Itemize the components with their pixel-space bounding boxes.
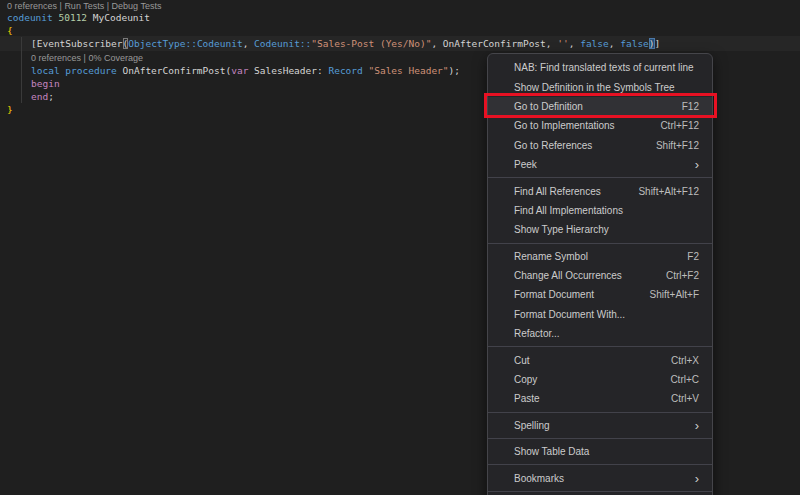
code-token: local procedure [31, 65, 123, 76]
code-token: codeunit [7, 12, 58, 23]
code-token: ObjectType::Codeunit [128, 38, 242, 49]
submenu-arrow-icon: › [695, 472, 699, 485]
codelens-link[interactable]: Run Tests [64, 1, 104, 11]
codelens-link[interactable]: 0 references [31, 53, 81, 63]
menu-item-label: Show Definition in the Symbols Tree [514, 82, 675, 93]
code-token: '' [557, 38, 568, 49]
menu-item-label: Paste [514, 393, 540, 404]
code-token: ] [655, 38, 661, 49]
code-token: , [609, 38, 620, 49]
menu-item-rename-symbol[interactable]: Rename SymbolF2 [488, 247, 712, 266]
menu-item-format-document[interactable]: Format DocumentShift+Alt+F [488, 285, 712, 304]
menu-separator [488, 464, 712, 465]
menu-item-show-definition-in-the-symbols-tree[interactable]: Show Definition in the Symbols Tree [488, 77, 712, 96]
menu-item-label: Find All Implementations [514, 205, 623, 216]
menu-separator [488, 243, 712, 244]
menu-item-label: NAB: Find translated texts of current li… [514, 62, 694, 73]
menu-item-label: Find All References [514, 186, 601, 197]
code-token: "Sales-Post (Yes/No)" [311, 38, 431, 49]
code-token: | [104, 1, 111, 11]
code-token: Record [328, 65, 368, 76]
code-token: { [7, 25, 13, 36]
menu-separator [488, 491, 712, 492]
menu-item-go-to-references[interactable]: Go to ReferencesShift+F12 [488, 136, 712, 155]
code-token: ; [48, 91, 54, 102]
code-token: , OnAfterConfirmPost, [431, 38, 557, 49]
code-token: Codeunit:: [254, 38, 311, 49]
code-line[interactable]: [EventSubscriber(ObjectType::Codeunit, C… [0, 37, 800, 50]
code-token: , [569, 38, 580, 49]
menu-item-label: Cut [514, 355, 530, 366]
code-token: false [580, 38, 609, 49]
menu-item-shortcut: Ctrl+F2 [666, 270, 699, 281]
code-token: end [31, 91, 48, 102]
code-line[interactable]: codeunit 50112 MyCodeunit [0, 11, 800, 24]
menu-item-shortcut: Ctrl+X [671, 355, 699, 366]
codelens-link[interactable]: 0% Coverage [88, 53, 143, 63]
code-token: ); [449, 65, 460, 76]
menu-item-go-to-implementations[interactable]: Go to ImplementationsCtrl+F12 [488, 116, 712, 135]
menu-item-shortcut: Shift+Alt+F [650, 289, 699, 300]
menu-item-label: Show Type Hierarchy [514, 224, 609, 235]
menu-item-label: Copy [514, 374, 537, 385]
menu-item-label: Refactor... [514, 328, 560, 339]
code-token: "Sales Header" [368, 65, 448, 76]
code-token: OnAfterConfirmPost( [123, 65, 232, 76]
menu-item-shortcut: Ctrl+F12 [660, 120, 699, 131]
menu-item-find-all-references[interactable]: Find All ReferencesShift+Alt+F12 [488, 181, 712, 200]
code-token: SalesHeader: [248, 65, 328, 76]
codelens-link[interactable]: Debug Tests [112, 1, 162, 11]
code-token: var [231, 65, 248, 76]
menu-item-label: Format Document [514, 289, 594, 300]
menu-separator [488, 346, 712, 347]
code-token: MyCodeunit [87, 12, 150, 23]
menu-item-shortcut: F2 [687, 251, 699, 262]
menu-item-shortcut: Ctrl+V [671, 393, 699, 404]
menu-item-label: Format Document With... [514, 309, 625, 320]
menu-item-nab-find-translated-texts-of-current-line[interactable]: NAB: Find translated texts of current li… [488, 58, 712, 77]
menu-item-label: Peek [514, 159, 537, 170]
menu-item-label: Spelling [514, 420, 550, 431]
code-token: , [243, 38, 254, 49]
menu-item-cut[interactable]: CutCtrl+X [488, 350, 712, 369]
menu-item-label: Bookmarks [514, 473, 564, 484]
menu-item-shortcut: Shift+Alt+F12 [638, 186, 699, 197]
menu-separator [488, 412, 712, 413]
menu-item-label: Show Table Data [514, 446, 589, 457]
menu-item-label: Rename Symbol [514, 251, 588, 262]
menu-item-paste[interactable]: PasteCtrl+V [488, 389, 712, 408]
menu-item-show-type-hierarchy[interactable]: Show Type Hierarchy [488, 220, 712, 239]
menu-item-bookmarks[interactable]: Bookmarks› [488, 468, 712, 487]
code-token: begin [31, 78, 60, 89]
menu-item-shortcut: Shift+F12 [656, 140, 699, 151]
code-token: [EventSubscriber [31, 38, 123, 49]
editor-context-menu: NAB: Find translated texts of current li… [487, 53, 713, 495]
codelens-link[interactable]: 0 references [7, 1, 57, 11]
menu-item-copy[interactable]: CopyCtrl+C [488, 370, 712, 389]
menu-item-refactor[interactable]: Refactor... [488, 324, 712, 343]
menu-item-shortcut: F12 [682, 101, 699, 112]
submenu-arrow-icon: › [695, 419, 699, 432]
code-token: 50112 [58, 12, 87, 23]
code-token: false [620, 38, 649, 49]
menu-item-label: Change All Occurrences [514, 270, 622, 281]
menu-separator [488, 438, 712, 439]
code-line[interactable]: { [0, 24, 800, 37]
menu-item-spelling[interactable]: Spelling› [488, 416, 712, 435]
menu-item-show-table-data[interactable]: Show Table Data [488, 442, 712, 461]
menu-item-shortcut: Ctrl+C [670, 374, 699, 385]
submenu-arrow-icon: › [695, 158, 699, 171]
menu-item-change-all-occurrences[interactable]: Change All OccurrencesCtrl+F2 [488, 266, 712, 285]
code-token: } [7, 104, 13, 115]
menu-item-label: Go to Definition [514, 101, 583, 112]
menu-item-label: Go to Implementations [514, 120, 615, 131]
menu-item-format-document-with[interactable]: Format Document With... [488, 305, 712, 324]
menu-item-go-to-definition[interactable]: Go to DefinitionF12 [488, 97, 712, 116]
menu-item-label: Go to References [514, 140, 592, 151]
menu-item-peek[interactable]: Peek› [488, 155, 712, 174]
menu-separator [488, 177, 712, 178]
menu-item-find-all-implementations[interactable]: Find All Implementations [488, 201, 712, 220]
